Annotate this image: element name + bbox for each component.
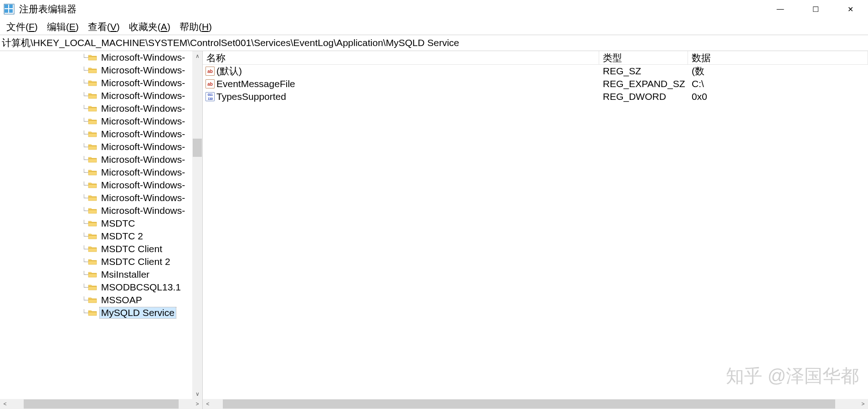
column-data[interactable]: 数据 <box>688 51 868 64</box>
tree-branch-icon: └─ <box>82 92 87 99</box>
tree-item[interactable]: └─MSDTC Client <box>0 243 202 255</box>
value-data: 0x0 <box>688 91 868 102</box>
tree-item[interactable]: └─Microsoft-Windows- <box>0 115 202 128</box>
tree-branch-icon: └─ <box>82 258 87 265</box>
scroll-down-button[interactable]: ∨ <box>192 389 202 399</box>
tree-item[interactable]: └─MSODBCSQL13.1 <box>0 281 202 294</box>
value-name: EventMessageFile <box>216 78 295 89</box>
tree-branch-icon: └─ <box>82 284 87 291</box>
tree-branch-icon: └─ <box>82 309 87 316</box>
tree-item-label: Microsoft-Windows- <box>100 192 186 203</box>
tree-branch-icon: └─ <box>82 207 87 214</box>
scroll-left-button[interactable]: < <box>203 399 213 409</box>
value-data: (数 <box>688 65 868 78</box>
tree-item-label: MSODBCSQL13.1 <box>100 282 182 293</box>
window-title: 注册表编辑器 <box>19 3 77 16</box>
tree-item[interactable]: └─MSDTC Client 2 <box>0 255 202 268</box>
tree-branch-icon: └─ <box>82 233 87 240</box>
tree-pane: └─Microsoft-Windows-└─Microsoft-Windows-… <box>0 51 203 409</box>
tree-item-label: MSDTC Client <box>100 243 164 254</box>
tree-branch-icon: └─ <box>82 54 87 61</box>
title-bar: 注册表编辑器 — ☐ ✕ <box>0 0 868 18</box>
tree-item[interactable]: └─Microsoft-Windows- <box>0 102 202 115</box>
list-body[interactable]: ab(默认)REG_SZ(数abEventMessageFileREG_EXPA… <box>203 65 868 399</box>
tree-item[interactable]: └─MSDTC 2 <box>0 230 202 243</box>
scroll-up-button[interactable]: ∧ <box>192 51 202 61</box>
scroll-track[interactable] <box>10 399 192 409</box>
tree-item-label: MSDTC Client 2 <box>100 256 172 267</box>
tree-branch-icon: └─ <box>82 79 87 87</box>
tree-item[interactable]: └─Microsoft-Windows- <box>0 204 202 217</box>
tree-item[interactable]: └─MSDTC <box>0 217 202 230</box>
tree-item[interactable]: └─Microsoft-Windows- <box>0 128 202 140</box>
minimize-button[interactable]: — <box>763 0 798 18</box>
tree-item-label: MySQLD Service <box>100 307 176 318</box>
tree-item-label: Microsoft-Windows- <box>100 180 186 191</box>
scroll-track[interactable] <box>192 61 202 389</box>
list-hscrollbar[interactable]: < > <box>203 399 868 409</box>
tree-item-label: Microsoft-Windows- <box>100 90 186 101</box>
column-name[interactable]: 名称 <box>203 51 599 64</box>
list-row[interactable]: abEventMessageFileREG_EXPAND_SZC:\ <box>203 78 868 90</box>
tree-branch-icon: └─ <box>82 67 87 74</box>
menu-view[interactable]: 查看(V) <box>83 20 124 34</box>
tree-item[interactable]: └─Microsoft-Windows- <box>0 153 202 166</box>
tree-item[interactable]: └─Microsoft-Windows- <box>0 64 202 77</box>
value-type: REG_EXPAND_SZ <box>599 78 688 89</box>
tree-item[interactable]: └─Microsoft-Windows- <box>0 140 202 153</box>
tree-body[interactable]: └─Microsoft-Windows-└─Microsoft-Windows-… <box>0 51 202 399</box>
tree-branch-icon: └─ <box>82 105 87 112</box>
menu-file[interactable]: 文件(F) <box>2 20 42 34</box>
tree-vscrollbar[interactable]: ∧ ∨ <box>192 51 202 399</box>
scroll-thumb[interactable] <box>223 399 835 409</box>
tree-item[interactable]: └─Microsoft-Windows- <box>0 179 202 192</box>
tree-item[interactable]: └─MySQLD Service <box>0 306 202 319</box>
tree-item-label: Microsoft-Windows- <box>100 103 186 114</box>
tree-item-label: MSDTC 2 <box>100 231 144 242</box>
maximize-button[interactable]: ☐ <box>798 0 833 18</box>
svg-rect-3 <box>9 9 13 13</box>
tree-item-label: Microsoft-Windows- <box>100 65 186 76</box>
tree-item-label: Microsoft-Windows- <box>100 52 186 63</box>
value-name: TypesSupported <box>216 91 286 102</box>
address-bar[interactable]: 计算机\HKEY_LOCAL_MACHINE\SYSTEM\ControlSet… <box>0 35 868 51</box>
column-type[interactable]: 类型 <box>599 51 688 64</box>
list-row[interactable]: ab(默认)REG_SZ(数 <box>203 65 868 78</box>
tree-branch-icon: └─ <box>82 118 87 125</box>
tree-item[interactable]: └─Microsoft-Windows- <box>0 77 202 89</box>
menu-favorites[interactable]: 收藏夹(A) <box>124 20 175 34</box>
scroll-thumb[interactable] <box>24 399 179 409</box>
tree-item-label: Microsoft-Windows- <box>100 167 186 178</box>
scroll-thumb[interactable] <box>193 139 202 157</box>
list-row[interactable]: 011110TypesSupportedREG_DWORD0x0 <box>203 90 868 103</box>
scroll-track[interactable] <box>213 399 858 409</box>
tree-item[interactable]: └─Microsoft-Windows- <box>0 89 202 102</box>
string-value-icon: ab <box>205 67 215 76</box>
value-data: C:\ <box>688 78 868 89</box>
tree-branch-icon: └─ <box>82 296 87 304</box>
app-icon <box>4 4 15 15</box>
tree-item-label: Microsoft-Windows- <box>100 205 186 216</box>
menu-edit[interactable]: 编辑(E) <box>42 20 83 34</box>
binary-value-icon: 011110 <box>205 92 215 101</box>
tree-branch-icon: └─ <box>82 245 87 253</box>
tree-item[interactable]: └─Microsoft-Windows- <box>0 51 202 64</box>
svg-rect-0 <box>5 5 8 8</box>
tree-item-label: Microsoft-Windows- <box>100 129 186 140</box>
tree-branch-icon: └─ <box>82 181 87 189</box>
tree-item-label: Microsoft-Windows- <box>100 78 186 88</box>
tree-item-label: MsiInstaller <box>100 269 151 280</box>
tree-item[interactable]: └─MSSOAP <box>0 294 202 306</box>
tree-branch-icon: └─ <box>82 271 87 278</box>
scroll-left-button[interactable]: < <box>0 399 10 409</box>
scroll-right-button[interactable]: > <box>192 399 202 409</box>
tree-item[interactable]: └─MsiInstaller <box>0 268 202 281</box>
tree-hscrollbar[interactable]: < > <box>0 399 202 409</box>
tree-item[interactable]: └─Microsoft-Windows- <box>0 192 202 204</box>
value-type: REG_DWORD <box>599 91 688 102</box>
close-button[interactable]: ✕ <box>833 0 868 18</box>
menu-help[interactable]: 帮助(H) <box>175 20 216 34</box>
svg-rect-2 <box>5 9 8 13</box>
scroll-right-button[interactable]: > <box>858 399 868 409</box>
tree-item[interactable]: └─Microsoft-Windows- <box>0 166 202 179</box>
